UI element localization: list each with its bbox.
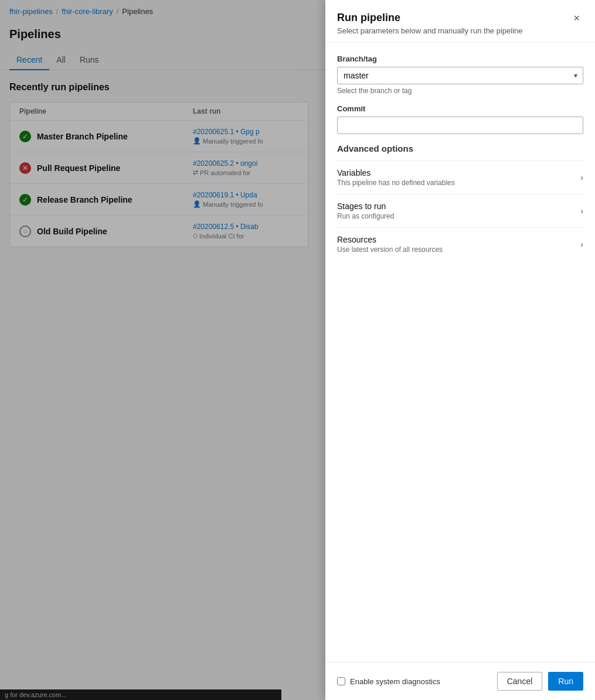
modal-header: Run pipeline Select parameters below and… (325, 0, 595, 43)
run-pipeline-modal: Run pipeline Select parameters below and… (325, 0, 595, 700)
resources-desc: Use latest version of all resources (337, 245, 580, 254)
variables-option[interactable]: Variables This pipeline has no defined v… (337, 161, 583, 194)
stages-desc: Run as configured (337, 212, 580, 220)
branch-tag-hint: Select the branch or tag (337, 87, 583, 95)
modal-footer: Enable system diagnostics Cancel Run (325, 662, 595, 700)
stages-option[interactable]: Stages to run Run as configured › (337, 194, 583, 227)
chevron-right-icon: › (580, 206, 583, 216)
modal-title: Run pipeline (337, 12, 523, 24)
diagnostics-label[interactable]: Enable system diagnostics (337, 677, 440, 686)
commit-input[interactable] (337, 117, 583, 134)
branch-tag-label: Branch/tag (337, 54, 583, 63)
modal-subtitle: Select parameters below and manually run… (337, 26, 523, 35)
variables-title: Variables (337, 168, 580, 177)
footer-buttons: Cancel Run (497, 672, 583, 691)
branch-tag-group: Branch/tag master develop release ▾ Sele… (337, 54, 583, 95)
chevron-right-icon: › (580, 240, 583, 249)
advanced-options-header: Advanced options (337, 144, 583, 153)
variables-desc: This pipeline has no defined variables (337, 179, 580, 187)
cancel-button[interactable]: Cancel (497, 672, 543, 691)
advanced-options-section: Advanced options Variables This pipeline… (337, 144, 583, 261)
stages-title: Stages to run (337, 202, 580, 211)
run-button[interactable]: Run (548, 672, 583, 691)
modal-overlay: Run pipeline Select parameters below and… (0, 0, 595, 700)
resources-option[interactable]: Resources Use latest version of all reso… (337, 227, 583, 261)
chevron-right-icon: › (580, 173, 583, 182)
diagnostics-text: Enable system diagnostics (350, 677, 440, 686)
diagnostics-checkbox[interactable] (337, 677, 345, 685)
modal-body: Branch/tag master develop release ▾ Sele… (325, 43, 595, 662)
commit-label: Commit (337, 104, 583, 113)
resources-title: Resources (337, 235, 580, 244)
commit-group: Commit (337, 104, 583, 134)
close-button[interactable]: × (570, 12, 583, 25)
branch-tag-select[interactable]: master develop release (337, 67, 583, 84)
